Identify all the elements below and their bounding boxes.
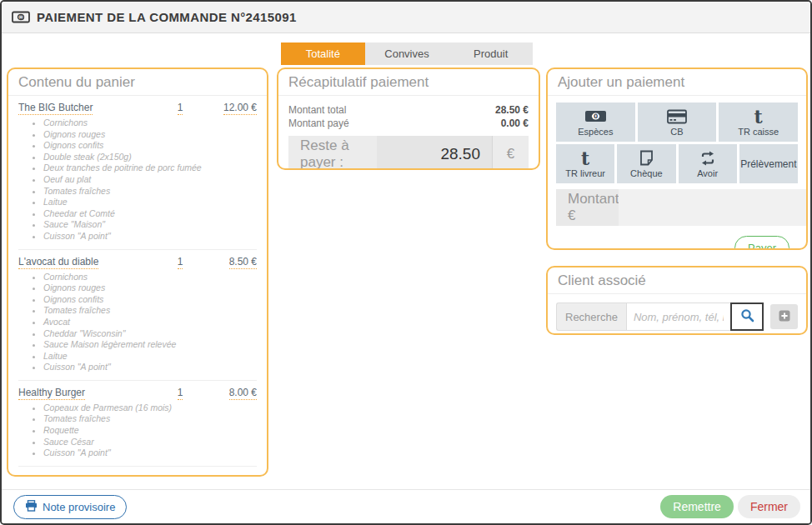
ingredient: Tomates fraîches: [43, 305, 257, 317]
pay-method-especes-button[interactable]: 0 Espèces: [556, 102, 635, 142]
ingredient: Cheedar et Comté: [43, 208, 257, 220]
item-price-link[interactable]: 8.00 €: [229, 387, 257, 400]
tab-produit[interactable]: Produit: [449, 42, 533, 65]
summary-paid-label: Montant payé: [288, 117, 501, 130]
pay-method-label: Avoir: [697, 168, 718, 178]
pay-method-cheque-button[interactable]: Chèque: [617, 144, 675, 183]
pay-method-label: Espèces: [578, 127, 613, 137]
payment-body: 0 Espèces CB: [548, 96, 806, 250]
cart-item-head: Healthy Burger 1 8.00 €: [18, 384, 257, 400]
cart-item-head: L'avocat du diable 1 8.50 €: [18, 253, 257, 269]
pay-method-label: TR livreur: [565, 168, 605, 178]
item-qty-link[interactable]: 1: [178, 102, 183, 115]
pay-method-label: Prélèvement: [740, 158, 796, 170]
ingredient: Oignons confits: [43, 140, 257, 152]
pay-method-label: CB: [670, 127, 683, 137]
payment-summary-panel: Récapitulatif paiement Montant total 28.…: [277, 68, 540, 170]
pay-method-cb-button[interactable]: CB: [638, 102, 717, 142]
summary-row: Montant payé 0.00 €: [288, 117, 529, 130]
pay-method-avoir-button[interactable]: Avoir: [679, 144, 737, 183]
remaining-value[interactable]: 28.50: [377, 136, 492, 170]
repeat-icon: [699, 150, 717, 167]
ingredient: Sauce Maison légèrement relevée: [43, 339, 257, 351]
client-search-input[interactable]: [626, 302, 730, 331]
ingredient: Sauce "Maison": [43, 219, 257, 231]
pay-method-tr-livreur-button[interactable]: t TR livreur: [556, 144, 614, 183]
item-name-link[interactable]: L'avocat du diable: [18, 256, 98, 269]
pay-method-tr-caisse-button[interactable]: t TR caisse: [719, 102, 798, 142]
footer: Note provisoire Remettre Fermer: [2, 489, 810, 523]
ingredient: Laitue: [43, 351, 257, 362]
remaining-label: Reste à payer :: [288, 136, 377, 170]
tab-convives[interactable]: Convives: [365, 42, 449, 65]
pay-method-label: Chèque: [630, 168, 663, 178]
cart-title: Contenu du panier: [8, 69, 267, 96]
remettre-button[interactable]: Remettre: [660, 495, 734, 518]
ingredient: Cuisson "A point": [43, 231, 257, 242]
ingredient-list: Cornichons Oignons rouges Oignons confit…: [43, 272, 257, 373]
fermer-button[interactable]: Fermer: [738, 495, 800, 518]
amount-label: Montant €: [556, 189, 619, 226]
summary-total-value: 28.50 €: [495, 103, 529, 117]
cart-item: L'avocat du diable 1 8.50 € Cornichons O…: [18, 250, 257, 381]
item-qty-link[interactable]: 1: [178, 256, 183, 269]
item-price-link[interactable]: 8.50 €: [229, 256, 257, 269]
ingredient: Avocat: [43, 317, 257, 328]
svg-text:0: 0: [19, 14, 23, 21]
summary-body: Montant total 28.50 € Montant payé 0.00 …: [278, 96, 539, 170]
ingredient: Laitue: [43, 197, 257, 208]
header: 0 PAIEMENT DE LA COMMANDE N°2415091: [2, 2, 810, 33]
tab-totalite[interactable]: Totalité: [281, 42, 365, 65]
cart-item: The BIG Butcher 1 12.00 € Cornichons Oig…: [18, 96, 257, 250]
ingredient: Oignons confits: [43, 294, 257, 306]
ticket-t-icon: t: [754, 108, 763, 125]
cart-body: The BIG Butcher 1 12.00 € Cornichons Oig…: [8, 96, 267, 477]
search-label: Recherche: [556, 302, 626, 331]
plus-icon: [779, 310, 790, 324]
pay-button[interactable]: Payer: [734, 236, 789, 250]
pay-method-prelevement-button[interactable]: Prélèvement: [739, 144, 798, 183]
remaining-amount-bar: Reste à payer : 28.50 €: [288, 136, 529, 170]
currency-symbol: €: [492, 136, 529, 170]
payment-methods-row-2: t TR livreur Chèque: [556, 144, 798, 183]
add-client-button[interactable]: [770, 304, 798, 329]
client-panel: Client associé Recherche: [546, 266, 808, 335]
ingredient: Cornichons: [43, 118, 257, 129]
page-title: PAIEMENT DE LA COMMANDE N°2415091: [37, 10, 297, 24]
cart-item: Healthy Burger 1 8.00 € Copeaux de Parme…: [18, 381, 257, 467]
amount-row: Montant €: [556, 189, 798, 226]
ingredient: Oeuf au plat: [43, 174, 257, 186]
ticket-t-icon: t: [581, 150, 589, 167]
ingredient: Cornichons: [43, 272, 257, 283]
item-name-link[interactable]: The BIG Butcher: [18, 102, 93, 115]
cart-total-row: Montant total : 28.50 €: [18, 467, 257, 477]
search-icon: [740, 308, 754, 325]
item-name-link[interactable]: Healthy Burger: [18, 387, 85, 400]
item-price-link[interactable]: 12.00 €: [223, 102, 257, 115]
printer-icon: [25, 500, 38, 514]
ingredient: Cuisson "A point": [43, 362, 257, 373]
search-button[interactable]: [730, 302, 764, 331]
ingredient-list: Copeaux de Parmesan (16 mois) Tomates fr…: [43, 402, 257, 459]
summary-paid-value: 0.00 €: [501, 117, 529, 130]
payment-title: Ajouter un paiement: [548, 69, 806, 96]
credit-card-icon: [667, 108, 687, 125]
provisional-note-button[interactable]: Note provisoire: [13, 495, 127, 519]
client-title: Client associé: [548, 268, 806, 294]
summary-row: Montant total 28.50 €: [288, 103, 529, 117]
svg-text:0: 0: [594, 112, 598, 120]
ingredient: Deux tranches de poitrine de porc fumée: [43, 162, 257, 174]
cart-item-head: The BIG Butcher 1 12.00 €: [18, 99, 257, 115]
cart-total-label: Montant total :: [18, 473, 90, 477]
ingredient: Sauce César: [43, 437, 257, 448]
item-qty-link[interactable]: 1: [178, 387, 183, 400]
amount-input[interactable]: [619, 189, 808, 226]
ingredient: Copeaux de Parmesan (16 mois): [43, 402, 257, 414]
summary-title: Récapitulatif paiement: [278, 69, 539, 96]
add-payment-panel: Ajouter un paiement 0 Espèces: [546, 68, 808, 250]
cheque-icon: [639, 150, 654, 167]
ingredient: Cuisson "A point": [43, 448, 257, 459]
ingredient: Oignons rouges: [43, 282, 257, 294]
banknote-icon: 0: [584, 108, 607, 125]
ingredient: Double steak (2x150g): [43, 152, 257, 163]
